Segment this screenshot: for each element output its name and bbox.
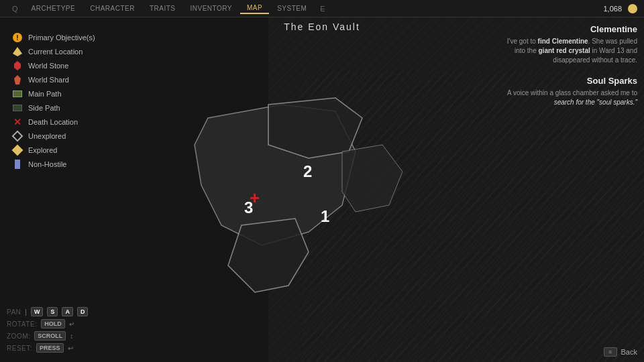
legend-current-location-label: Current Location <box>28 48 83 56</box>
legend-side-path-label: Side Path <box>28 104 60 112</box>
legend-world-shard-label: World Shard <box>28 76 69 84</box>
nav-q-button[interactable]: Q <box>7 3 23 14</box>
legend-side-path: Side Path <box>12 103 95 113</box>
legend-world-stone-label: World Stone <box>28 62 68 70</box>
control-reset-label: RESET: <box>7 345 32 352</box>
nav-inventory[interactable]: INVENTORY <box>183 3 238 13</box>
back-icon: ≡ <box>604 347 617 357</box>
legend-current-location: Current Location <box>12 46 95 57</box>
nav-right: 1,068 <box>603 4 637 13</box>
svg-marker-9 <box>13 47 22 56</box>
back-label: Back <box>621 348 637 356</box>
nav-character[interactable]: CHARACTER <box>83 3 142 13</box>
quest-soul-sparks: Soul Sparks A voice within a glass chamb… <box>503 76 637 107</box>
legend-main-path: Main Path <box>12 88 95 99</box>
marker-2: 2 <box>303 162 312 180</box>
legend-world-shard: World Shard <box>12 74 95 85</box>
control-pan-label: PAN <box>7 308 21 316</box>
control-key-w: W <box>31 307 44 316</box>
explored-icon <box>12 145 23 156</box>
control-rotate-symbol: ↵ <box>69 320 74 328</box>
legend-non-hostile: Non-Hostile <box>12 159 95 170</box>
back-icon-label: ≡ <box>608 349 612 355</box>
legend-main-path-label: Main Path <box>28 90 62 98</box>
svg-marker-10 <box>14 61 21 70</box>
legend-unexplored: Unexplored <box>12 131 95 141</box>
quest-clementine: Clementine I've got to find Clementine. … <box>503 24 637 65</box>
world-shard-icon <box>12 74 23 85</box>
death-cross-marker: + <box>250 188 260 208</box>
legend-primary-objective-label: Primary Objective(s) <box>28 34 95 42</box>
control-zoom-symbol: ↕ <box>70 333 73 340</box>
legend-death-location: ✕ Death Location <box>12 117 95 127</box>
nav-left: Q ARCHETYPE CHARACTER TRAITS INVENTORY M… <box>7 3 331 14</box>
world-stone-icon <box>12 60 23 71</box>
nav-e-button[interactable]: E <box>315 3 330 14</box>
control-key-scroll: SCROLL <box>34 331 66 341</box>
nav-traits[interactable]: TRAITS <box>143 3 182 13</box>
current-location-icon <box>12 46 23 57</box>
quest-clementine-desc: I've got to find Clementine. She was pul… <box>503 37 637 65</box>
legend-explored: Explored <box>12 145 95 156</box>
non-hostile-icon <box>12 159 23 170</box>
legend-death-location-label: Death Location <box>28 118 78 126</box>
currency-display: 1,068 <box>603 5 622 13</box>
control-zoom: ZOOM: SCROLL ↕ <box>7 331 88 341</box>
control-pan-separator: | <box>25 308 27 316</box>
legend-explored-label: Explored <box>28 146 57 154</box>
control-rotate-label: ROTATE: <box>7 320 37 328</box>
control-key-press: PRESS <box>36 343 64 353</box>
back-button[interactable]: ≡ Back <box>604 347 637 357</box>
control-zoom-label: ZOOM: <box>7 333 30 340</box>
control-key-a: A <box>62 307 73 316</box>
controls-panel: PAN | W S A D ROTATE: HOLD ↵ ZOOM: SCROL… <box>7 307 88 355</box>
control-key-s: S <box>47 307 58 316</box>
legend-world-stone: World Stone <box>12 60 95 71</box>
control-rotate: ROTATE: HOLD ↵ <box>7 319 88 328</box>
currency-icon <box>628 4 637 13</box>
nav-map[interactable]: MAP <box>240 3 269 14</box>
legend-primary-objective: ! Primary Objective(s) <box>12 32 95 43</box>
nav-archetype[interactable]: ARCHETYPE <box>25 3 83 13</box>
quest-soul-sparks-title: Soul Sparks <box>503 76 637 86</box>
control-pan: PAN | W S A D <box>7 307 88 316</box>
death-location-icon: ✕ <box>12 117 23 127</box>
control-reset-symbol: ↩ <box>68 345 73 352</box>
svg-marker-8 <box>228 219 309 292</box>
quest-panel: Clementine I've got to find Clementine. … <box>503 24 637 118</box>
control-key-hold: HOLD <box>41 319 65 328</box>
side-path-icon <box>12 103 23 113</box>
control-key-d: D <box>77 307 89 316</box>
legend-unexplored-label: Unexplored <box>28 132 66 140</box>
svg-marker-11 <box>14 75 21 84</box>
quest-clementine-title: Clementine <box>503 24 637 34</box>
top-navigation: Q ARCHETYPE CHARACTER TRAITS INVENTORY M… <box>0 0 644 17</box>
unexplored-icon <box>12 131 23 141</box>
svg-marker-6 <box>268 98 362 158</box>
legend-non-hostile-label: Non-Hostile <box>28 160 66 168</box>
legend-panel: ! Primary Objective(s) Current Location … <box>7 27 101 178</box>
nav-system[interactable]: SYSTEM <box>270 3 313 13</box>
primary-objective-icon: ! <box>12 32 23 43</box>
control-reset: RESET: PRESS ↩ <box>7 343 88 353</box>
marker-1: 1 <box>321 207 329 225</box>
quest-soul-sparks-desc: A voice within a glass chamber asked me … <box>503 88 637 107</box>
main-path-icon <box>12 88 23 99</box>
